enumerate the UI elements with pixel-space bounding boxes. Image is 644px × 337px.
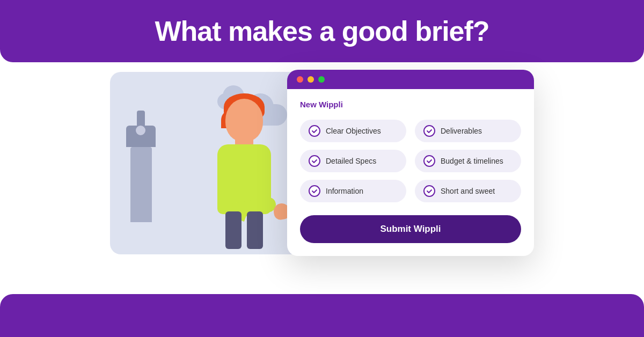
main-content: New Wippli Clear Objectives: [0, 70, 644, 256]
top-banner: What makes a good brief?: [0, 0, 644, 62]
list-item: Deliverables: [415, 120, 521, 142]
item-label: Clear Objectives: [326, 127, 381, 135]
minimize-dot-icon[interactable]: [308, 76, 314, 83]
checkmark-icon: [309, 125, 320, 137]
list-item: Short and sweet: [415, 180, 521, 202]
character-leg-left: [225, 211, 241, 249]
checklist-grid: Clear Objectives Deliverables: [300, 120, 521, 202]
submit-wippli-button[interactable]: Submit Wippli: [300, 215, 521, 243]
character-legs: [223, 211, 266, 254]
checkmark-icon: [423, 155, 435, 167]
list-item: Information: [300, 180, 406, 202]
character: [191, 93, 298, 254]
window-title: New Wippli: [300, 100, 521, 109]
checkmark-icon: [423, 125, 435, 137]
list-item: Detailed Specs: [300, 150, 406, 172]
list-item: Budget & timelines: [415, 150, 521, 172]
tower-spire: [137, 111, 145, 127]
clock-tower: [126, 126, 156, 222]
checkmark-icon: [309, 155, 320, 167]
illustration-panel: [110, 72, 303, 254]
character-head: [225, 99, 263, 142]
item-label: Detailed Specs: [326, 157, 376, 165]
maximize-dot-icon[interactable]: [318, 76, 325, 83]
window-body: New Wippli Clear Objectives: [287, 89, 534, 256]
item-label: Deliverables: [441, 127, 482, 135]
list-item: Clear Objectives: [300, 120, 406, 142]
window-titlebar: [287, 70, 534, 89]
character-torso: [217, 144, 271, 214]
tower-body: [130, 147, 152, 222]
item-label: Budget & timelines: [441, 157, 503, 165]
character-leg-right: [247, 211, 263, 249]
tower-window: [135, 124, 147, 136]
checkmark-icon: [423, 185, 435, 197]
bottom-banner: [0, 294, 644, 337]
item-label: Short and sweet: [441, 187, 495, 195]
page-title: What makes a good brief?: [21, 15, 623, 47]
checkmark-icon: [309, 185, 320, 197]
item-label: Information: [326, 187, 363, 195]
close-dot-icon[interactable]: [297, 76, 303, 83]
ui-window: New Wippli Clear Objectives: [287, 70, 534, 256]
